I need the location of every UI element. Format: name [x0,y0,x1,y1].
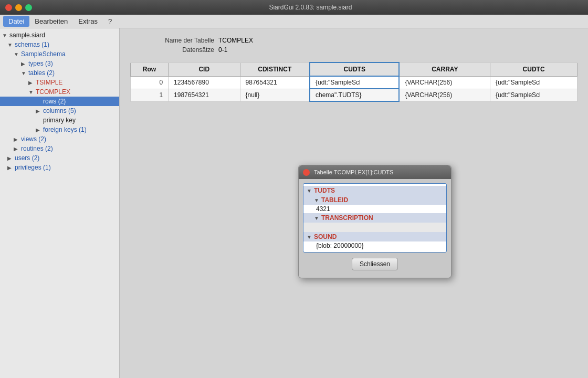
sidebar-item-tsimple[interactable]: ▶TSIMPLE [0,78,119,87]
sidebar-item-rows[interactable]: rows (2) [0,97,119,106]
menubar: Datei Bearbeiten Extras ? [0,15,588,28]
minimize-window-button[interactable] [15,4,22,11]
tree-toggle-tables: ▼ [21,70,28,76]
dialog-tree-label: TUDTS [314,187,335,194]
maximize-window-button[interactable] [25,4,32,11]
tree-label-columns: columns (5) [43,107,76,114]
tree-label-routines: routines (2) [21,145,53,152]
dialog-tree: ▼TUDTS▼TABLEID4321▼TRANSCRIPTION▼SOUND{b… [303,183,447,253]
sidebar-item-types[interactable]: ▶types (3) [0,59,119,68]
sidebar-item-foreignkeys[interactable]: ▶foreign keys (1) [0,125,119,134]
dialog-tree-label: TABLEID [321,196,348,204]
dialog-tree-header-transcription: ▼TRANSCRIPTION [303,213,446,223]
dialog-toggle: ▼ [307,188,312,194]
tree-label-foreignkeys: foreign keys (1) [43,126,87,133]
main-layout: ▼sample.siard▼schemas (1)▼SampleSchema▶t… [0,28,588,378]
menu-datei[interactable]: Datei [3,16,29,27]
dialog-title-bar: Tabelle TCOMPLEX[1]:CUDTS [299,165,451,179]
tree-label-primarykey: primary key [43,117,76,124]
tree-toggle-users: ▶ [7,155,15,161]
tree-toggle-root: ▼ [2,33,9,38]
tree-label-schemas: schemas (1) [15,41,49,48]
tree-toggle-columns: ▶ [36,108,43,114]
tree-toggle-sampleschema: ▼ [14,51,21,57]
content-area: Name der Tabelle TCOMPLEX Datensätze 0-1… [120,28,588,378]
dialog-tree-header-tudts: ▼TUDTS [303,186,446,195]
dialog-toggle: ▼ [307,234,312,240]
dialog-backdrop: Tabelle TCOMPLEX[1]:CUDTS ▼TUDTS▼TABLEID… [120,28,588,378]
dialog-tree-header-sound: ▼SOUND [303,232,446,242]
tree-toggle-tcomplex: ▼ [28,89,36,95]
dialog-tree-empty [303,223,446,232]
tree-toggle-routines: ▶ [14,146,21,152]
dialog-toggle: ▼ [314,197,319,203]
dialog-tree-label: SOUND [314,233,337,240]
dialog-close-button[interactable]: Schliessen [352,258,398,270]
title-bar: SiardGui 2.0.83: sample.siard [0,0,588,15]
sidebar-item-users[interactable]: ▶users (2) [0,153,119,163]
tree-toggle-tsimple: ▶ [28,80,36,86]
tree-label-sampleschema: SampleSchema [21,50,66,58]
sidebar-item-root[interactable]: ▼sample.siard [0,30,119,40]
sidebar-item-views[interactable]: ▶views (2) [0,134,119,144]
tree-toggle-types: ▶ [21,61,28,67]
sidebar-item-tables[interactable]: ▼tables (2) [0,68,119,78]
dialog-tree-header-tableid: ▼TABLEID [303,195,446,205]
sidebar-item-columns[interactable]: ▶columns (5) [0,106,119,116]
tree-label-tcomplex: TCOMPLEX [36,88,70,96]
tree-label-tsimple: TSIMPLE [36,79,62,86]
dialog-toggle: ▼ [314,215,319,221]
dialog-tree-value: {blob: 20000000} [303,242,446,250]
dialog-title: Tabelle TCOMPLEX[1]:CUDTS [314,169,393,175]
dialog-tree-label: TRANSCRIPTION [321,214,373,222]
tree-label-views: views (2) [21,135,46,143]
dialog-close-icon-button[interactable] [303,169,310,176]
menu-extras[interactable]: Extras [73,16,103,27]
tree-toggle-foreignkeys: ▶ [36,127,43,133]
tree-label-users: users (2) [15,154,39,162]
window-title: SiardGui 2.0.83: sample.siard [38,4,583,11]
sidebar-item-privileges[interactable]: ▶privileges (1) [0,163,119,172]
tree-toggle-privileges: ▶ [7,165,15,171]
menu-help[interactable]: ? [103,16,117,27]
close-window-button[interactable] [5,4,12,11]
sidebar-item-routines[interactable]: ▶routines (2) [0,144,119,153]
sidebar: ▼sample.siard▼schemas (1)▼SampleSchema▶t… [0,28,120,378]
sidebar-item-schemas[interactable]: ▼schemas (1) [0,40,119,49]
sidebar-item-tcomplex[interactable]: ▼TCOMPLEX [0,87,119,97]
tree-label-rows: rows (2) [43,98,66,105]
menu-bearbeiten[interactable]: Bearbeiten [29,16,73,27]
tree-label-tables: tables (2) [28,69,55,77]
dialog-tree-value: 4321 [303,205,446,213]
dialog: Tabelle TCOMPLEX[1]:CUDTS ▼TUDTS▼TABLEID… [298,165,452,278]
tree-label-root: sample.siard [9,32,45,39]
sidebar-item-primarykey[interactable]: primary key [0,116,119,125]
tree-label-types: types (3) [28,60,53,67]
sidebar-item-sampleschema[interactable]: ▼SampleSchema [0,49,119,59]
tree-label-privileges: privileges (1) [15,164,51,171]
tree-toggle-schemas: ▼ [7,42,15,48]
tree-toggle-views: ▶ [14,136,21,142]
window-controls [5,4,32,11]
dialog-body: ▼TUDTS▼TABLEID4321▼TRANSCRIPTION▼SOUND{b… [299,179,451,278]
